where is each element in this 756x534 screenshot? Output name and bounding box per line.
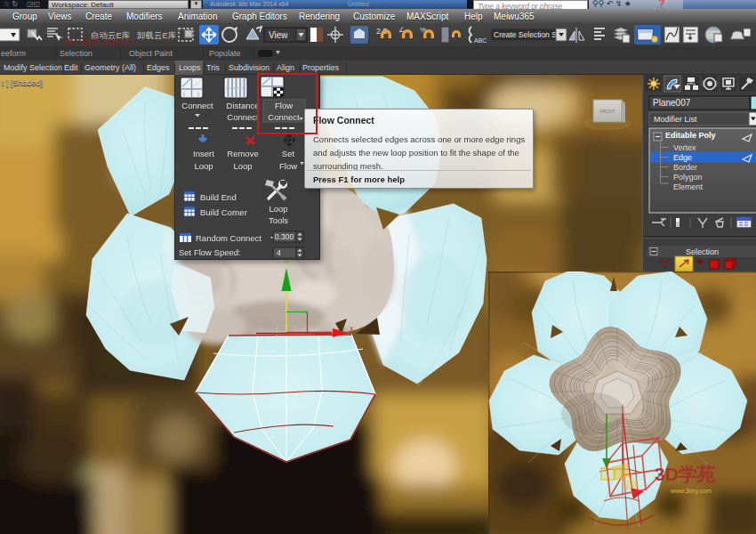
svg-text:0.300: 0.300: [275, 232, 294, 241]
svg-text:x: x: [350, 324, 354, 333]
svg-text:View: View: [269, 30, 288, 40]
svg-text:3D学苑: 3D学苑: [655, 464, 716, 484]
svg-text:Create Selection Se: Create Selection Se: [494, 30, 561, 39]
svg-text:4: 4: [277, 248, 281, 257]
svg-text:www.3dxy.com: www.3dxy.com: [670, 488, 712, 495]
svg-text:ABC: ABC: [474, 37, 487, 44]
svg-text:FRONT: FRONT: [599, 109, 615, 114]
